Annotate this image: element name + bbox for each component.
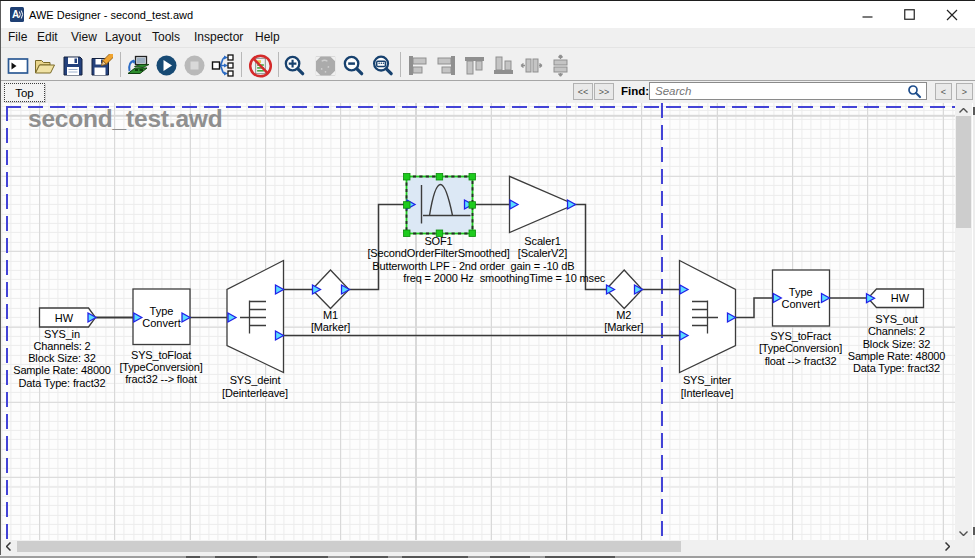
menu-tools[interactable]: Tools bbox=[152, 30, 180, 44]
sys-in-shape-label: HW bbox=[55, 311, 73, 324]
save-icon bbox=[61, 54, 85, 78]
distribute-horizontal-button[interactable] bbox=[519, 53, 544, 78]
caption-m2: M2 [Marker] bbox=[604, 309, 643, 334]
scroll-left-button[interactable] bbox=[1, 540, 16, 553]
scroll-down-button[interactable] bbox=[955, 526, 972, 540]
maximize-button[interactable] bbox=[888, 1, 930, 28]
align-top-icon bbox=[462, 53, 487, 78]
build-connect-button[interactable] bbox=[126, 53, 151, 78]
find-next-button[interactable]: > bbox=[956, 83, 973, 100]
zoom-out-icon bbox=[341, 53, 366, 79]
zoom-in-button[interactable] bbox=[282, 53, 307, 78]
distribute-vertical-button[interactable] bbox=[548, 53, 573, 78]
taskbar-mark bbox=[490, 556, 530, 558]
zoom-extents-icon bbox=[313, 53, 338, 79]
find-history-next-button[interactable]: >> bbox=[594, 83, 614, 100]
caption-sys-out: SYS_out Channels: 2 Block Size: 32 Sampl… bbox=[848, 313, 946, 374]
toolbar-separator bbox=[278, 52, 279, 77]
menu-inspector[interactable]: Inspector bbox=[194, 30, 243, 44]
caption-sys-in: SYS_in Channels: 2 Block Size: 32 Sample… bbox=[13, 328, 111, 389]
menu-view[interactable]: View bbox=[71, 30, 97, 44]
open-file-button[interactable] bbox=[32, 53, 57, 78]
window-title: AWE Designer - second_test.awd bbox=[29, 9, 193, 21]
open-file-icon bbox=[33, 54, 57, 78]
chevron-down-icon bbox=[959, 531, 968, 536]
build-connect-icon bbox=[126, 53, 151, 78]
play-button[interactable] bbox=[154, 53, 179, 78]
selection-handle[interactable] bbox=[404, 174, 411, 181]
bottom-strip bbox=[0, 553, 975, 558]
menu-help[interactable]: Help bbox=[255, 30, 280, 44]
find-history-prev-button[interactable]: << bbox=[573, 83, 593, 100]
distribute-horizontal-icon bbox=[519, 53, 544, 78]
pin-scaler1-out[interactable] bbox=[568, 200, 576, 209]
play-icon bbox=[154, 53, 179, 78]
align-left-button[interactable] bbox=[405, 53, 430, 78]
selection-handle[interactable] bbox=[469, 202, 476, 209]
find-prev-button[interactable]: < bbox=[935, 83, 952, 100]
caption-scaler1: Scaler1 [ScalerV2] gain = -10 dB smoothi… bbox=[480, 235, 605, 284]
find-label: Find: bbox=[621, 85, 649, 97]
caption-sys-inter: SYS_inter [Interleave] bbox=[681, 374, 734, 399]
caption-sys-tofloat: SYS_toFloat [TypeConversion] fract32 -->… bbox=[119, 349, 202, 386]
close-button[interactable] bbox=[931, 1, 973, 28]
vertical-scrollbar bbox=[955, 103, 972, 540]
distribute-vertical-icon bbox=[548, 53, 573, 78]
taskbar-mark bbox=[215, 556, 257, 558]
block-sof1[interactable] bbox=[407, 177, 473, 234]
selection-handle[interactable] bbox=[469, 174, 476, 181]
search-icon[interactable] bbox=[907, 84, 922, 99]
close-icon bbox=[946, 9, 958, 21]
new-file-icon bbox=[6, 54, 30, 78]
minimize-button[interactable] bbox=[846, 1, 888, 28]
app-icon: A bbox=[10, 7, 24, 22]
align-bottom-icon bbox=[491, 53, 516, 78]
stop-button[interactable] bbox=[182, 53, 207, 78]
toolbar-separator bbox=[241, 52, 242, 77]
horizontal-scrollbar bbox=[1, 540, 955, 553]
scroll-right-button[interactable] bbox=[939, 540, 955, 553]
chevron-right-icon bbox=[945, 542, 950, 551]
menu-layout[interactable]: Layout bbox=[105, 30, 141, 44]
caption-sys-deint: SYS_deint [Deinterleave] bbox=[222, 374, 288, 399]
menu-edit[interactable]: Edit bbox=[37, 30, 58, 44]
title-bar: A AWE Designer - second_test.awd bbox=[0, 1, 975, 28]
save-button[interactable] bbox=[60, 53, 85, 78]
zoom-region-button[interactable] bbox=[370, 53, 395, 78]
save-as-icon bbox=[89, 54, 113, 78]
scroll-up-button[interactable] bbox=[955, 103, 972, 117]
zoom-out-button[interactable] bbox=[341, 53, 366, 78]
maximize-icon bbox=[904, 9, 915, 20]
caption-m1: M1 [Marker] bbox=[311, 309, 350, 334]
selection-handle[interactable] bbox=[404, 202, 411, 209]
save-as-button[interactable] bbox=[88, 53, 113, 78]
search-input[interactable] bbox=[655, 84, 905, 98]
window-left-border bbox=[0, 1, 1, 555]
align-bottom-button[interactable] bbox=[491, 53, 516, 78]
vertical-scroll-thumb[interactable] bbox=[956, 116, 971, 228]
toolbar-separator bbox=[120, 52, 121, 77]
zoom-extents-button[interactable] bbox=[313, 53, 338, 78]
wire-inter-tofract[interactable] bbox=[736, 298, 773, 318]
make-hierarchy-button[interactable] bbox=[209, 53, 234, 78]
block-scaler1[interactable] bbox=[510, 176, 575, 232]
taskbar-mark bbox=[270, 556, 328, 558]
menu-file[interactable]: File bbox=[8, 30, 27, 44]
taskbar-mark bbox=[402, 556, 468, 558]
align-top-button[interactable] bbox=[462, 53, 487, 78]
sys-out-shape-label: HW bbox=[891, 292, 909, 305]
tab-top[interactable]: Top bbox=[4, 83, 45, 102]
design-canvas[interactable]: second_test.awd bbox=[1, 103, 955, 540]
new-file-button[interactable] bbox=[5, 53, 30, 78]
svg-text:A: A bbox=[12, 9, 19, 20]
menu-bar: File Edit View Layout Tools Inspector He… bbox=[1, 28, 975, 47]
selection-handle[interactable] bbox=[436, 174, 443, 181]
minimize-icon bbox=[862, 9, 873, 20]
stop-icon bbox=[182, 53, 207, 78]
align-right-button[interactable] bbox=[434, 53, 459, 78]
inspector-disabled-button[interactable] bbox=[248, 53, 273, 78]
taskbar-mark bbox=[186, 556, 200, 558]
align-right-icon bbox=[434, 53, 459, 78]
horizontal-scroll-thumb[interactable] bbox=[17, 541, 681, 552]
sys-tofract-shape-label: Type Convert bbox=[782, 285, 821, 310]
